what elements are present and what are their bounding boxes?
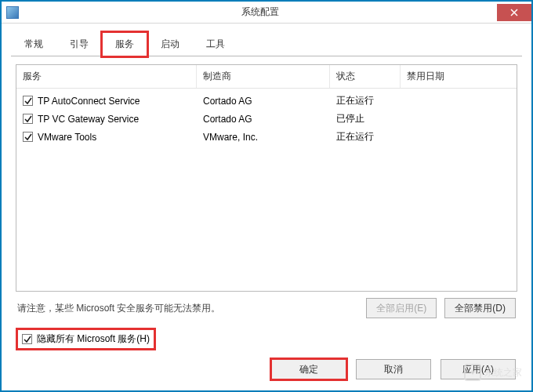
- service-name: TP AutoConnect Service: [38, 96, 140, 107]
- note-row: 请注意，某些 Microsoft 安全服务可能无法禁用。 全部启用(E) 全部禁…: [17, 298, 516, 318]
- tab-4[interactable]: 工具: [193, 32, 238, 56]
- ok-button[interactable]: 确定: [271, 359, 346, 379]
- titlebar: 系统配置: [2, 2, 531, 24]
- col-status[interactable]: 状态: [330, 65, 401, 88]
- status: 正在运行: [330, 94, 401, 107]
- status: 已停止: [330, 112, 401, 125]
- services-list[interactable]: 服务 制造商 状态 禁用日期 TP AutoConnect ServiceCor…: [16, 64, 517, 292]
- col-disabled-date[interactable]: 禁用日期: [401, 65, 517, 88]
- table-row[interactable]: TP VC Gateway ServiceCortado AG已停止: [16, 110, 517, 128]
- enable-disable-row: 全部启用(E) 全部禁用(D): [366, 298, 516, 318]
- msconfig-window: 系统配置 常规引导服务启动工具 服务 制造商 状态 禁用日期 TP AutoCo…: [0, 0, 533, 392]
- list-header: 服务 制造商 状态 禁用日期: [16, 65, 517, 89]
- disable-all-button[interactable]: 全部禁用(D): [444, 298, 516, 318]
- hide-microsoft-label: 隐藏所有 Microsoft 服务(H): [37, 332, 150, 346]
- tab-panel-services: 服务 制造商 状态 禁用日期 TP AutoConnect ServiceCor…: [16, 64, 517, 354]
- row-checkbox[interactable]: [23, 96, 33, 106]
- tab-1[interactable]: 引导: [56, 32, 102, 56]
- hide-microsoft-checkbox[interactable]: 隐藏所有 Microsoft 服务(H): [17, 329, 154, 349]
- service-name: TP VC Gateway Service: [38, 114, 139, 125]
- col-manufacturer[interactable]: 制造商: [197, 65, 330, 88]
- close-button[interactable]: [497, 4, 531, 21]
- table-row[interactable]: TP AutoConnect ServiceCortado AG正在运行: [16, 92, 517, 110]
- manufacturer: Cortado AG: [197, 96, 330, 107]
- window-title: 系统配置: [24, 5, 497, 19]
- service-name: VMware Tools: [38, 132, 96, 143]
- checkbox-icon: [22, 334, 32, 344]
- watermark: ✦ 系统之家: [464, 364, 522, 381]
- tab-3[interactable]: 启动: [147, 32, 193, 56]
- tab-bar: 常规引导服务启动工具: [11, 31, 522, 56]
- tab-2[interactable]: 服务: [102, 32, 147, 56]
- row-checkbox[interactable]: [23, 132, 33, 142]
- table-row[interactable]: VMware ToolsVMware, Inc.正在运行: [16, 128, 517, 146]
- manufacturer: Cortado AG: [197, 114, 330, 125]
- status: 正在运行: [330, 130, 401, 143]
- watermark-icon: ✦: [464, 364, 481, 381]
- manufacturer: VMware, Inc.: [197, 132, 330, 143]
- close-icon: [510, 9, 518, 16]
- cancel-button[interactable]: 取消: [356, 359, 431, 379]
- enable-all-button[interactable]: 全部启用(E): [366, 298, 437, 318]
- note-text: 请注意，某些 Microsoft 安全服务可能无法禁用。: [17, 302, 220, 315]
- col-service[interactable]: 服务: [16, 65, 197, 88]
- app-icon: [6, 6, 19, 19]
- row-checkbox[interactable]: [23, 114, 33, 124]
- list-body: TP AutoConnect ServiceCortado AG正在运行TP V…: [16, 89, 517, 149]
- tab-0[interactable]: 常规: [11, 32, 56, 56]
